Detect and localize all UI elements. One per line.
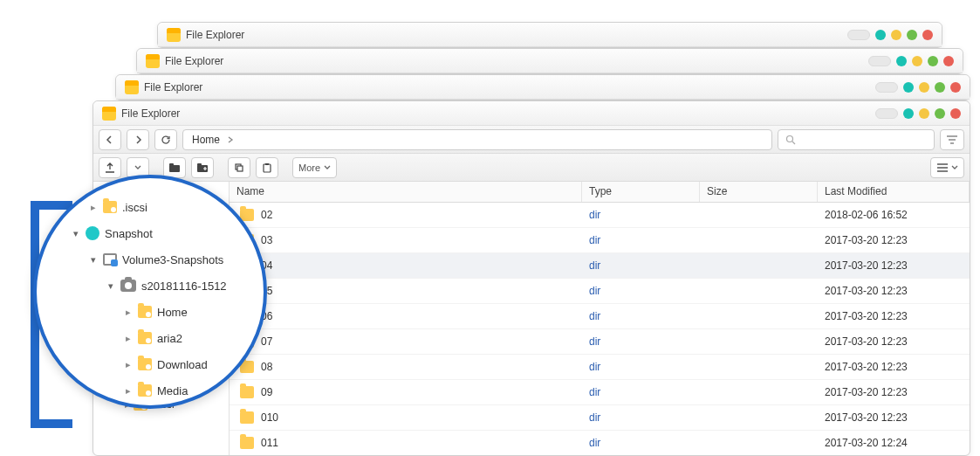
file-row[interactable]: 06dir2017-03-20 12:23	[230, 304, 970, 329]
window-full-icon[interactable]	[928, 56, 938, 66]
file-row[interactable]: 04dir2017-03-20 12:23	[230, 253, 970, 279]
window-close-icon[interactable]	[943, 56, 954, 66]
file-row[interactable]: 010dir2017-03-20 12:23	[230, 405, 970, 431]
file-name: 07	[261, 335, 272, 348]
window-full-icon[interactable]	[935, 108, 945, 119]
col-modified[interactable]: Last Modified	[818, 182, 970, 202]
file-rows: 02dir2018-02-06 16:5203dir2017-03-20 12:…	[230, 203, 970, 455]
search-icon	[785, 135, 796, 145]
tree-label: Download	[157, 358, 208, 371]
window-full-icon[interactable]	[935, 82, 945, 93]
lens-tree-item[interactable]: ▾Snapshot	[37, 220, 264, 246]
file-modified: 2017-03-20 12:23	[818, 386, 970, 398]
window-stack-2: File Explorer	[115, 74, 970, 100]
folder-icon	[240, 411, 254, 424]
file-modified: 2017-03-20 12:23	[818, 411, 970, 424]
chevron-icon: ▸	[124, 385, 133, 397]
col-name[interactable]: Name	[230, 182, 582, 202]
folder-icon	[167, 28, 181, 42]
folder-icon	[240, 437, 254, 449]
folder-icon	[102, 107, 116, 121]
file-name: 08	[261, 361, 272, 373]
toggle-pill[interactable]	[875, 82, 898, 93]
tree-label: s20181116-1512	[141, 280, 227, 293]
action-toolbar: More	[93, 154, 970, 182]
toggle-pill[interactable]	[868, 56, 891, 66]
window-close-icon[interactable]	[950, 82, 961, 93]
window-close-icon[interactable]	[950, 108, 961, 119]
window-title: File Explorer	[186, 29, 244, 41]
breadcrumb[interactable]: Home	[182, 129, 772, 150]
toggle-pill[interactable]	[875, 108, 898, 119]
window-close-icon[interactable]	[922, 30, 933, 40]
titlebar[interactable]: File Explorer	[93, 101, 970, 126]
svg-rect-1	[169, 165, 180, 172]
breadcrumb-root[interactable]: Home	[192, 134, 220, 146]
filter-button[interactable]	[940, 129, 964, 150]
file-row[interactable]: 03dir2017-03-20 12:23	[230, 228, 970, 253]
file-name: 02	[261, 209, 272, 221]
window-min-icon[interactable]	[896, 56, 907, 66]
file-modified: 2017-03-20 12:23	[818, 234, 970, 246]
file-type: dir	[582, 335, 700, 348]
more-button[interactable]: More	[292, 157, 337, 178]
window-min-icon[interactable]	[903, 82, 914, 93]
search-input[interactable]	[778, 129, 935, 150]
file-type: dir	[582, 386, 700, 398]
col-size[interactable]: Size	[700, 182, 818, 202]
tree-label: Media	[157, 384, 188, 397]
file-type: dir	[582, 361, 700, 373]
file-row[interactable]: 02dir2018-02-06 16:52	[230, 203, 970, 228]
file-row[interactable]: 011dir2017-03-20 12:24	[230, 431, 970, 455]
lens-tree-item[interactable]: ▾Volume3-Snapshots	[37, 246, 264, 273]
refresh-button[interactable]	[154, 129, 177, 150]
file-modified: 2017-03-20 12:24	[818, 437, 970, 449]
window-max-icon[interactable]	[912, 56, 922, 66]
back-button[interactable]	[99, 129, 121, 150]
tree-label: Snapshot	[105, 227, 153, 240]
view-mode-button[interactable]	[930, 157, 964, 178]
folder-icon	[138, 358, 152, 370]
file-type: dir	[582, 310, 700, 322]
titlebar[interactable]: File Explorer	[137, 49, 963, 73]
window-max-icon[interactable]	[891, 30, 901, 40]
server-icon	[103, 253, 117, 266]
titlebar[interactable]: File Explorer	[116, 75, 970, 100]
new-folder-button[interactable]	[163, 157, 186, 178]
titlebar[interactable]: File Explorer	[158, 23, 942, 47]
chevron-icon: ▸	[124, 333, 133, 344]
file-row[interactable]: 09dir2017-03-20 12:23	[230, 380, 970, 405]
folder-icon	[146, 54, 160, 68]
svg-point-0	[787, 135, 793, 142]
window-min-icon[interactable]	[903, 108, 914, 119]
file-modified: 2017-03-20 12:23	[818, 259, 970, 272]
lens-tree-item[interactable]: ▸Download	[37, 351, 264, 377]
lens-tree-item[interactable]: ▾s20181116-1512	[37, 273, 264, 299]
folder-icon	[240, 386, 254, 398]
tree-label: Home	[157, 306, 188, 319]
file-row[interactable]: 07dir2017-03-20 12:23	[230, 329, 970, 355]
window-full-icon[interactable]	[907, 30, 917, 40]
lens-tree-item[interactable]: ▸Home	[37, 299, 264, 325]
paste-button[interactable]	[256, 157, 278, 178]
file-row[interactable]: 08dir2017-03-20 12:23	[230, 355, 970, 380]
window-max-icon[interactable]	[919, 82, 929, 93]
toggle-pill[interactable]	[847, 30, 870, 40]
file-modified: 2017-03-20 12:23	[818, 335, 970, 348]
chevron-icon: ▾	[72, 228, 80, 239]
folder-icon	[138, 384, 152, 397]
new-folder-plus-button[interactable]	[191, 157, 214, 178]
file-row[interactable]: 05dir2017-03-20 12:23	[230, 279, 970, 304]
window-title: File Explorer	[165, 55, 223, 67]
lens-tree-item[interactable]: ▸aria2	[37, 325, 264, 351]
copy-button[interactable]	[228, 157, 250, 178]
folder-icon	[103, 201, 117, 213]
col-type[interactable]: Type	[582, 182, 700, 202]
chevron-icon: ▸	[124, 307, 133, 318]
window-max-icon[interactable]	[919, 108, 929, 119]
forward-button[interactable]	[127, 129, 149, 150]
window-stack-4: File Explorer	[157, 22, 942, 48]
upload-button[interactable]	[99, 157, 121, 178]
file-type: dir	[582, 209, 700, 221]
window-min-icon[interactable]	[875, 30, 886, 40]
